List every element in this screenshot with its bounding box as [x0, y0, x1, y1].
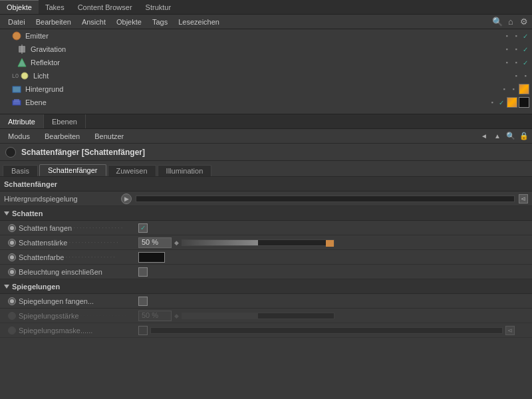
- list-item[interactable]: Hintergrund ▪ ▪: [0, 82, 532, 96]
- menu-ansicht[interactable]: Ansicht: [76, 17, 111, 27]
- svg-rect-5: [13, 86, 21, 92]
- input-stepper[interactable]: ◆: [174, 239, 179, 246]
- menu-objekte[interactable]: Objekte: [111, 17, 147, 27]
- hbs-button[interactable]: ▶: [121, 194, 132, 204]
- list-item[interactable]: Emitter ▪ ▪ ✓: [0, 29, 532, 43]
- svg-point-0: [13, 32, 21, 40]
- render-icon[interactable]: ▪: [509, 85, 517, 93]
- home-icon[interactable]: ⌂: [505, 17, 516, 27]
- hbs-end-button[interactable]: ⊲: [519, 194, 528, 203]
- hbs-slider[interactable]: [136, 196, 515, 202]
- slider-spiegelungsstärke: [182, 313, 334, 319]
- prop-label: Spiegelungsmaske......: [19, 327, 138, 334]
- tool-benutzer[interactable]: Benutzer: [89, 132, 129, 141]
- menu-tags[interactable]: Tags: [147, 17, 173, 27]
- tab-content-browser[interactable]: Content Browser: [71, 0, 139, 14]
- radio-icon[interactable]: [8, 253, 16, 261]
- render-icon[interactable]: ▪: [512, 59, 520, 66]
- subtab-basis[interactable]: Basis: [3, 165, 38, 176]
- list-item[interactable]: Gravitation ▪ ▪ ✓: [0, 43, 532, 56]
- radio-icon[interactable]: [8, 297, 16, 305]
- section-schatten[interactable]: Schatten: [0, 206, 532, 221]
- section-triangle-icon: [4, 285, 9, 289]
- menu-bearbeiten[interactable]: Bearbeiten: [31, 17, 76, 27]
- active-icon[interactable]: ✓: [521, 59, 529, 66]
- vis-icon[interactable]: ▪: [500, 85, 508, 93]
- subtab-illumination[interactable]: Illumination: [158, 165, 212, 176]
- color-swatch-schattenfarbe[interactable]: [138, 252, 165, 263]
- active-icon[interactable]: ✓: [521, 32, 529, 40]
- vis-icon[interactable]: ▪: [488, 98, 496, 106]
- reflector-icon: [17, 58, 28, 67]
- active-icon[interactable]: ✓: [497, 98, 505, 106]
- menu-right-icons: 🔍 ⌂ ⚙: [492, 17, 529, 27]
- tab-objekte[interactable]: Objekte: [0, 0, 39, 14]
- menu-lesezeichen[interactable]: Lesezeichen: [173, 17, 225, 27]
- object-name: Reflektor: [31, 59, 503, 66]
- arrow-up-icon[interactable]: ▲: [492, 131, 503, 142]
- prop-beleuchtung[interactable]: Beleuchtung einschließen: [0, 265, 532, 279]
- vis-icon[interactable]: ▪: [512, 72, 520, 80]
- object-controls: ▪ ▪ ✓: [503, 59, 529, 66]
- prop-schatten-fangen[interactable]: Schatten fangen ················: [0, 221, 532, 235]
- prop-schattenfarbe[interactable]: Schattenfarbe ················: [0, 250, 532, 265]
- object-name: Hintergrund: [25, 85, 500, 93]
- vis-icon[interactable]: ▪: [503, 32, 511, 40]
- toolbar-right-icons: ◄ ▲ 🔍 🔒: [479, 131, 529, 142]
- slider-schattenstärke[interactable]: [182, 239, 334, 246]
- prop-label: Spiegelungen fangen...: [19, 297, 138, 305]
- prop-schattenstärke[interactable]: Schattenstärke ················ 50 % ◆: [0, 235, 532, 250]
- section-label: Schatten: [12, 209, 43, 217]
- subtab-schattenfaenger[interactable]: Schattenfänger: [39, 164, 106, 176]
- prop-value: 50 % ◆: [138, 311, 334, 321]
- thumb-black: [519, 97, 529, 108]
- tab-struktur[interactable]: Struktur: [139, 0, 178, 14]
- active-icon[interactable]: ✓: [521, 45, 529, 53]
- checkbox-spiegelungsmaske: [138, 326, 148, 335]
- input-stepper: ◆: [174, 313, 179, 319]
- vis-icon[interactable]: ▪: [503, 45, 511, 53]
- menu-datei[interactable]: Datei: [3, 17, 31, 27]
- prop-label: Schatten fangen ················: [19, 224, 138, 232]
- thumb-mat: [507, 97, 517, 108]
- section-triangle-icon: [4, 211, 9, 215]
- ebene-icon: [12, 98, 23, 107]
- zoom-icon[interactable]: 🔍: [505, 131, 516, 142]
- lock-icon[interactable]: 🔒: [519, 131, 529, 142]
- object-color-swatch[interactable]: [5, 147, 16, 158]
- tab-attribute[interactable]: Attribute: [0, 114, 44, 128]
- svg-marker-3: [18, 59, 26, 66]
- prop-spiegelungen-fangen[interactable]: Spiegelungen fangen...: [0, 294, 532, 309]
- thumbnail-area: [507, 97, 529, 108]
- prop-spiegelungsmaske: Spiegelungsmaske...... ⊲: [0, 323, 532, 338]
- tool-bearbeiten[interactable]: Bearbeiten: [39, 132, 85, 141]
- input-schattenstärke[interactable]: 50 %: [138, 237, 172, 248]
- search-icon[interactable]: 🔍: [492, 17, 503, 27]
- render-icon[interactable]: ▪: [512, 32, 520, 40]
- list-item[interactable]: L0 Licht ▪ ▪: [0, 69, 532, 82]
- vis-icon[interactable]: ▪: [503, 59, 511, 66]
- checkbox-spiegelungen[interactable]: [138, 297, 148, 306]
- arrow-left-icon[interactable]: ◄: [479, 131, 489, 142]
- checkbox-schatten-fangen[interactable]: [138, 223, 148, 233]
- list-item[interactable]: Reflektor ▪ ▪ ✓: [0, 56, 532, 69]
- tool-modus[interactable]: Modus: [3, 132, 35, 141]
- radio-icon[interactable]: [8, 239, 16, 247]
- render-icon[interactable]: ▪: [512, 45, 520, 53]
- radio-icon[interactable]: [8, 268, 16, 276]
- sub-tab-bar: Basis Schattenfänger Zuweisen Illuminati…: [0, 161, 532, 177]
- tab-takes[interactable]: Takes: [39, 0, 71, 14]
- list-item[interactable]: Ebene ▪ ✓: [0, 96, 532, 109]
- checkbox-beleuchtung[interactable]: [138, 267, 148, 277]
- tab-ebenen[interactable]: Ebenen: [44, 114, 86, 128]
- object-controls: ▪ ▪ ✓: [503, 32, 529, 40]
- prop-spiegelungsstärke: Spiegelungsstärke ··············· 50 % ◆: [0, 309, 532, 323]
- subtab-zuweisen[interactable]: Zuweisen: [108, 165, 156, 176]
- section-spiegelungen[interactable]: Spiegelungen: [0, 279, 532, 294]
- render-icon[interactable]: ▪: [521, 72, 529, 80]
- object-controls: ▪ ▪ ✓: [503, 45, 529, 53]
- radio-icon[interactable]: [8, 224, 16, 232]
- thumb-gold: [519, 84, 529, 94]
- prop-value: [138, 252, 165, 263]
- settings-icon[interactable]: ⚙: [519, 17, 529, 27]
